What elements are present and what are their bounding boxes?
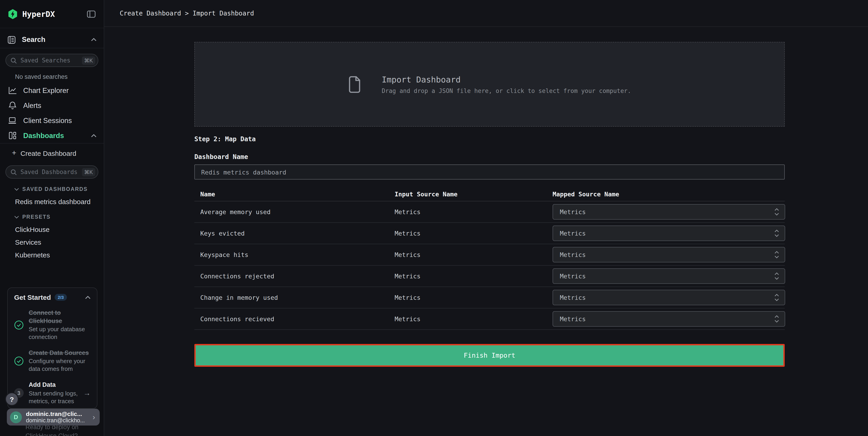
- arrow-right-icon: →: [83, 389, 91, 397]
- dropzone-text: Import Dashboard Drag and drop a JSON fi…: [382, 75, 631, 94]
- mapped-source-select[interactable]: Metrics: [553, 290, 785, 305]
- selected-value: Metrics: [560, 294, 774, 301]
- select-chevrons-icon: [774, 229, 779, 237]
- input-source-name: Metrics: [389, 208, 547, 215]
- laptop-icon: [7, 117, 17, 124]
- input-source-name: Metrics: [389, 230, 547, 237]
- select-chevrons-icon: [774, 293, 779, 301]
- select-chevrons-icon: [774, 315, 779, 323]
- search-section-header[interactable]: Search: [0, 31, 104, 48]
- select-chevrons-icon: [774, 272, 779, 280]
- avatar: D: [10, 411, 22, 423]
- shortcut-badge: ⌘K: [82, 168, 95, 176]
- saved-dashboards-group-label: SAVED DASHBOARDS: [22, 186, 88, 192]
- get-started-step-sources[interactable]: Create Data Sources Configure where your…: [14, 349, 91, 373]
- app-viewport: HyperDX Search: [0, 0, 868, 436]
- sidebar-item-client-sessions[interactable]: Client Sessions: [0, 113, 104, 128]
- search-list-icon: [7, 35, 16, 44]
- selected-value: Metrics: [560, 251, 774, 258]
- no-saved-searches-note: No saved searches: [15, 74, 104, 80]
- help-button[interactable]: ?: [6, 393, 18, 405]
- mapped-source-select[interactable]: Metrics: [553, 247, 785, 262]
- file-icon: [348, 76, 361, 93]
- table-row: Keyspace hits Metrics Metrics: [194, 244, 785, 266]
- metric-name: Keys evicted: [194, 230, 389, 237]
- table-row: Change in memory used Metrics Metrics: [194, 287, 785, 309]
- search-icon: [10, 169, 17, 175]
- step-subtitle: Set up your database connection: [29, 326, 91, 341]
- sidebar-item-dashboards[interactable]: Dashboards: [0, 128, 104, 143]
- step-heading: Step 2: Map Data: [194, 135, 785, 143]
- check-circle-icon: [14, 356, 24, 366]
- input-source-name: Metrics: [389, 315, 547, 323]
- saved-dashboard-item[interactable]: Redis metrics dashboard: [0, 196, 104, 206]
- mapped-source-select[interactable]: Metrics: [553, 204, 785, 220]
- chevron-down-icon: [14, 215, 19, 219]
- step-title: Connect to ClickHouse: [29, 309, 91, 325]
- saved-dashboards-group-header[interactable]: SAVED DASHBOARDS: [0, 184, 104, 194]
- column-header-input-source: Input Source Name: [389, 190, 547, 198]
- finish-import-button[interactable]: Finish Import: [194, 344, 785, 367]
- preset-item-services[interactable]: Services: [0, 237, 104, 247]
- input-source-name: Metrics: [389, 294, 547, 301]
- dashboard-grid-icon: [7, 131, 17, 140]
- presets-group-header[interactable]: PRESETS: [0, 212, 104, 222]
- chart-icon: [7, 87, 17, 94]
- sidebar: HyperDX Search: [0, 0, 104, 436]
- metric-name: Connections rejected: [194, 272, 389, 280]
- select-chevrons-icon: [774, 251, 779, 259]
- select-chevrons-icon: [774, 208, 779, 216]
- step-subtitle: Configure where your data comes from: [29, 358, 91, 373]
- step-title: Add Data: [29, 381, 82, 389]
- table-row: Keys evicted Metrics Metrics: [194, 223, 785, 244]
- import-dropzone[interactable]: Import Dashboard Drag and drop a JSON fi…: [194, 42, 785, 127]
- sidebar-item-label: Alerts: [23, 101, 96, 110]
- shortcut-badge: ⌘K: [82, 56, 95, 64]
- mapped-source-select[interactable]: Metrics: [553, 268, 785, 284]
- selected-value: Metrics: [560, 208, 774, 215]
- mapped-source-select[interactable]: Metrics: [553, 311, 785, 327]
- app-title: HyperDX: [22, 9, 86, 19]
- user-email: dominic.tran@clickho...: [26, 417, 91, 424]
- input-source-name: Metrics: [389, 251, 547, 258]
- topbar: Create Dashboard > Import Dashboard: [104, 0, 868, 27]
- saved-searches-input[interactable]: Saved Searches ⌘K: [5, 54, 98, 67]
- get-started-step-add-data[interactable]: 3 Add Data Start sending logs, metrics, …: [14, 381, 91, 405]
- preset-item-kubernetes[interactable]: Kubernetes: [0, 250, 104, 260]
- dropzone-subtitle: Drag and drop a JSON file here, or click…: [382, 87, 631, 94]
- bell-icon: [7, 101, 17, 110]
- sidebar-item-label: Chart Explorer: [23, 86, 96, 94]
- chevron-up-icon[interactable]: [91, 38, 96, 41]
- selected-value: Metrics: [560, 230, 774, 237]
- table-row: Connections recieved Metrics Metrics: [194, 309, 785, 330]
- saved-dashboards-input[interactable]: Saved Dashboards ⌘K: [5, 165, 98, 179]
- user-menu[interactable]: D dominic.tran@clic... dominic.tran@clic…: [7, 409, 100, 426]
- metric-name: Change in memory used: [194, 294, 389, 301]
- breadcrumb: Create Dashboard > Import Dashboard: [120, 9, 254, 17]
- sidebar-item-chart-explorer[interactable]: Chart Explorer: [0, 83, 104, 98]
- user-name: dominic.tran@clic...: [26, 410, 91, 417]
- mapped-source-select[interactable]: Metrics: [553, 226, 785, 241]
- divider: [0, 143, 104, 144]
- metric-name: Connections recieved: [194, 315, 389, 323]
- teaser-line-2: ClickHouse Cloud?: [26, 432, 79, 436]
- create-dashboard-button[interactable]: + Create Dashboard: [0, 146, 104, 160]
- chevron-up-icon[interactable]: [91, 134, 96, 137]
- progress-badge: 2/3: [55, 294, 67, 301]
- create-dashboard-label: Create Dashboard: [21, 149, 76, 157]
- sidebar-collapse-icon[interactable]: [86, 9, 96, 19]
- sidebar-item-label: Dashboards: [23, 132, 91, 140]
- metric-name: Keyspace hits: [194, 251, 389, 258]
- search-section-label: Search: [22, 35, 91, 44]
- get-started-step-connect[interactable]: Connect to ClickHouse Set up your databa…: [14, 309, 91, 341]
- metric-name: Average memory used: [194, 208, 389, 215]
- selected-value: Metrics: [560, 315, 774, 323]
- dashboard-name-input[interactable]: [194, 165, 785, 179]
- preset-item-clickhouse[interactable]: ClickHouse: [0, 224, 104, 234]
- sidebar-item-alerts[interactable]: Alerts: [0, 98, 104, 113]
- chevron-down-icon: [14, 187, 19, 191]
- table-header-row: Name Input Source Name Mapped Source Nam…: [194, 187, 785, 201]
- chevron-up-icon[interactable]: [85, 295, 91, 299]
- search-icon: [10, 57, 17, 63]
- selected-value: Metrics: [560, 272, 774, 280]
